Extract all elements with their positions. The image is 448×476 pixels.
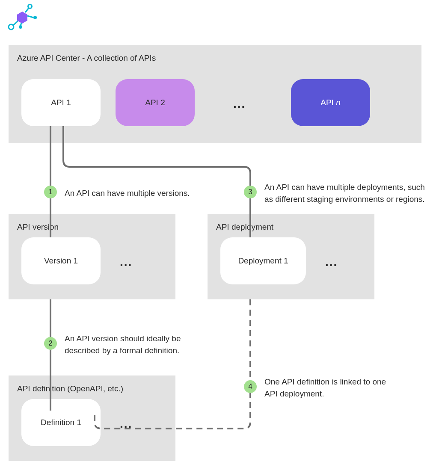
api-2-label: API 2	[145, 98, 165, 107]
svg-point-1	[9, 24, 14, 30]
svg-line-6	[25, 8, 29, 12]
api-1-node: API 1	[21, 79, 101, 126]
svg-point-4	[19, 25, 22, 29]
badge-1: 1	[44, 186, 57, 198]
svg-line-5	[27, 16, 33, 18]
annotation-1: An API can have multiple versions.	[65, 187, 210, 199]
definition-panel-title: API definition (OpenAPI, etc.)	[17, 384, 167, 393]
annotation-2: An API version should ideally be describ…	[65, 333, 197, 356]
deployment-1-node: Deployment 1	[220, 237, 306, 284]
azure-api-center-logo-icon	[5, 2, 39, 32]
version-panel-title: API version	[17, 222, 167, 232]
definition-dots: ...	[120, 417, 132, 431]
badge-4: 4	[244, 380, 257, 393]
diagram-canvas: Azure API Center - A collection of APIs …	[0, 0, 448, 476]
annotation-4: One API definition is linked to one API …	[264, 376, 393, 399]
svg-marker-0	[17, 12, 27, 24]
svg-point-3	[33, 16, 37, 19]
api-1-label: API 1	[51, 98, 71, 107]
definition-1-node: Definition 1	[21, 399, 101, 446]
version-dots: ...	[120, 255, 132, 269]
top-panel-title: Azure API Center - A collection of APIs	[17, 53, 413, 63]
api-n-node: API n	[291, 79, 370, 126]
deployment-panel-title: API deployment	[216, 222, 366, 232]
version-1-label: Version 1	[44, 256, 78, 266]
svg-point-2	[28, 5, 32, 9]
definition-1-label: Definition 1	[41, 418, 81, 427]
version-1-node: Version 1	[21, 237, 101, 284]
deployment-dots: ...	[325, 255, 338, 269]
deployment-1-label: Deployment 1	[238, 256, 288, 266]
svg-line-8	[21, 23, 21, 26]
svg-line-7	[13, 21, 18, 25]
annotation-3: An API can have multiple deployments, su…	[264, 181, 436, 205]
api-n-label: API n	[320, 98, 340, 107]
badge-2: 2	[44, 337, 57, 350]
api-2-node: API 2	[116, 79, 195, 126]
top-dots: ...	[233, 97, 246, 111]
badge-3: 3	[244, 186, 257, 198]
